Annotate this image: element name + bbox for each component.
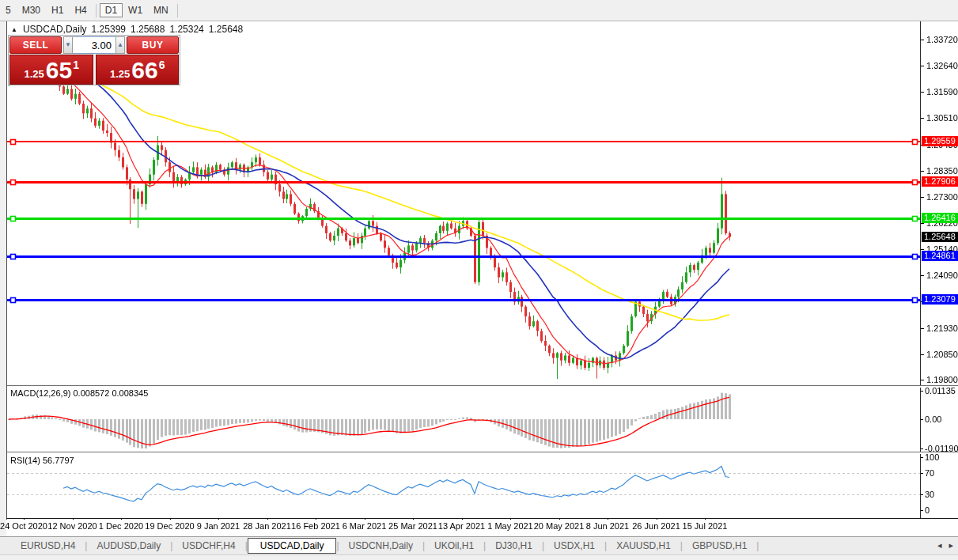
chart-tab-usdx-h1[interactable]: USDX,H1 xyxy=(544,539,604,553)
current-price-label: 1.25648 xyxy=(922,232,958,242)
buy-price-prefix: 1.25 xyxy=(110,68,130,80)
timeframe-button-H4[interactable]: H4 xyxy=(69,3,92,17)
chart-ohlc-header: ▲ USDCAD,Daily 1.25399 1.25688 1.25324 1… xyxy=(11,24,243,35)
sell-price-display[interactable]: 1.25651 xyxy=(9,55,93,85)
trading-terminal-window: 5M30H1H4D1W1MN ▲ USDCAD,Daily 1.25399 1.… xyxy=(0,0,958,560)
price-tick-label: 1.33720 xyxy=(926,35,958,44)
chart-tabs-bar: EURUSD,H4|AUDUSD,Daily|USDCHF,H4|USDCAD,… xyxy=(0,536,958,554)
chart-tab-audusd-daily[interactable]: AUDUSD,Daily xyxy=(87,539,170,553)
timeframe-button-D1[interactable]: D1 xyxy=(100,3,123,17)
price-level-label: 1.23079 xyxy=(922,294,958,305)
chart-tab-dj30-h1[interactable]: DJ30,H1 xyxy=(486,539,542,553)
price-tick-label: 1.30510 xyxy=(926,113,958,123)
sell-price-big: 65 xyxy=(46,57,72,84)
sell-price-pip: 1 xyxy=(73,59,79,71)
date-label: 26 Jun 2021 xyxy=(632,521,680,531)
price-level-label: 1.27906 xyxy=(922,176,958,187)
buy-button[interactable]: BUY xyxy=(127,36,179,54)
timeframe-button-MN[interactable]: MN xyxy=(148,3,174,17)
price-level-label: 1.26416 xyxy=(922,213,958,223)
chart-tab-xauusd-h1[interactable]: XAUUSD,H1 xyxy=(607,539,680,553)
price-tick-label: 1.28350 xyxy=(926,166,958,176)
timeframe-button-5[interactable]: 5 xyxy=(0,3,17,17)
chart-tab-usdcnh-daily[interactable]: USDCNH,Daily xyxy=(339,539,422,553)
toolbar-separator xyxy=(177,4,178,17)
date-label: 15 Jul 2021 xyxy=(683,521,728,531)
buy-price-big: 66 xyxy=(131,57,157,84)
chart-tab-usdcad-daily[interactable]: USDCAD,Daily xyxy=(248,538,337,554)
time-axis[interactable]: 24 Oct 202012 Nov 20201 Dec 202019 Dec 2… xyxy=(6,520,921,535)
date-label: 24 Oct 2020 xyxy=(0,521,47,531)
timeframe-button-H1[interactable]: H1 xyxy=(46,3,69,17)
date-label: 6 Mar 2021 xyxy=(343,521,387,531)
price-tick-label: 1.20850 xyxy=(926,350,958,359)
date-label: 19 Dec 2020 xyxy=(145,521,194,531)
rsi-scale-label: 100 xyxy=(925,452,939,462)
macd-scale-label: 0.01135 xyxy=(925,386,956,395)
buy-price-pip: 6 xyxy=(159,59,165,71)
time-axis-line xyxy=(6,518,958,519)
price-tick-label: 1.32640 xyxy=(926,61,958,70)
timeframe-toolbar: 5M30H1H4D1W1MN xyxy=(0,0,958,21)
tab-scroll-left-icon[interactable]: ◂ xyxy=(937,540,942,550)
chart-tab-usdchf-h4[interactable]: USDCHF,H4 xyxy=(172,539,244,553)
price-tick-label: 1.27300 xyxy=(926,192,958,202)
date-label: 25 Mar 2021 xyxy=(388,521,437,531)
volume-increase-button[interactable]: ▲ xyxy=(115,36,125,54)
buy-price-display[interactable]: 1.25666 xyxy=(96,55,180,85)
chart-window-left-border xyxy=(6,21,7,520)
chart-tab-ukoil-h1[interactable]: UKOil,H1 xyxy=(425,539,483,553)
open-value: 1.25399 xyxy=(92,24,126,35)
price-tick-label: 1.24090 xyxy=(926,271,958,280)
macd-indicator-label: MACD(12,26,9) 0.008572 0.008345 xyxy=(10,388,148,398)
collapse-icon[interactable]: ▲ xyxy=(11,26,17,33)
one-click-trading-panel: SELL ▼ ▲ BUY 1.25651 1.25666 xyxy=(8,35,180,85)
date-label: 20 May 2021 xyxy=(534,521,585,531)
rsi-scale-label: 0 xyxy=(925,505,930,515)
macd-scale-label: 0.00 xyxy=(925,414,941,424)
low-value: 1.25324 xyxy=(169,24,203,35)
price-tick-label: 1.21930 xyxy=(926,324,958,333)
symbol-name: USDCAD,Daily xyxy=(23,24,87,35)
price-tick-label: 1.31590 xyxy=(926,87,958,96)
sell-button[interactable]: SELL xyxy=(9,36,62,54)
date-label: 8 Jun 2021 xyxy=(586,521,629,531)
price-level-label: 1.24861 xyxy=(922,251,958,261)
price-level-label: 1.29559 xyxy=(922,136,958,146)
date-label: 28 Jan 2021 xyxy=(243,521,291,531)
rsi-scale-label: 70 xyxy=(925,468,934,478)
sell-price-prefix: 1.25 xyxy=(25,68,44,80)
left-gutter xyxy=(0,21,6,560)
date-label: 13 Apr 2021 xyxy=(438,521,485,531)
tab-scroll-right-icon[interactable]: ▸ xyxy=(949,540,953,550)
chart-tab-gbpusd-h1[interactable]: GBPUSD,H1 xyxy=(683,539,756,553)
date-label: 9 Jan 2021 xyxy=(197,521,240,531)
rsi-panel-separator[interactable] xyxy=(7,452,958,454)
macd-panel-separator[interactable] xyxy=(7,385,958,388)
volume-input[interactable] xyxy=(73,36,115,54)
chart-tab-eurusd-h4[interactable]: EURUSD,H4 xyxy=(11,539,85,553)
volume-decrease-button[interactable]: ▼ xyxy=(63,36,73,54)
status-strip xyxy=(0,554,958,560)
rsi-indicator-label: RSI(14) 56.7797 xyxy=(10,456,74,465)
date-label: 16 Feb 2021 xyxy=(291,521,340,531)
close-value: 1.25648 xyxy=(209,24,243,35)
timeframe-button-M30[interactable]: M30 xyxy=(17,3,46,17)
date-label: 1 Dec 2020 xyxy=(99,521,143,531)
price-tick-label: 1.19800 xyxy=(926,375,958,384)
rsi-scale-label: 30 xyxy=(925,490,934,499)
date-label: 1 May 2021 xyxy=(487,521,532,531)
date-label: 12 Nov 2020 xyxy=(47,521,97,531)
high-value: 1.25688 xyxy=(131,24,165,35)
price-axis[interactable]: 1.337201.326401.315901.305101.294301.283… xyxy=(921,21,958,519)
tab-separator: | xyxy=(756,540,759,551)
toolbar-separator xyxy=(96,4,97,17)
timeframe-button-W1[interactable]: W1 xyxy=(123,3,148,17)
